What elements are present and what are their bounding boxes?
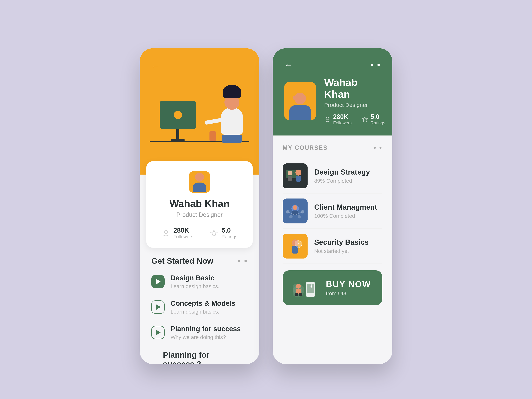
course-3-title: Planning for success bbox=[171, 325, 241, 333]
course-thumb-security bbox=[283, 234, 308, 259]
svg-rect-7 bbox=[296, 176, 301, 182]
course-1-title: Design Basic bbox=[171, 274, 219, 282]
my-courses-more[interactable]: • • bbox=[374, 144, 382, 152]
course-2-title: Concepts & Models bbox=[171, 299, 235, 307]
course-item-planning[interactable]: Planning for success Why we are doing th… bbox=[151, 325, 248, 340]
header-followers-value: 280K bbox=[333, 113, 352, 120]
course-card-client-mgmt[interactable]: Client Managment 100% Completed bbox=[283, 194, 382, 228]
play-button-2[interactable] bbox=[151, 300, 165, 314]
hero-illustration bbox=[143, 65, 256, 175]
header-stats: 280K Followers 5.0 Ratings bbox=[324, 113, 385, 126]
svg-rect-34 bbox=[299, 293, 302, 296]
svg-point-12 bbox=[293, 205, 298, 210]
profile-name: Wahab Khan bbox=[156, 198, 243, 209]
buy-now-illustration bbox=[293, 277, 319, 298]
play-icon-3 bbox=[156, 330, 161, 335]
play-icon-1 bbox=[156, 279, 161, 284]
play-button-3[interactable] bbox=[151, 326, 165, 339]
phone-1: ← bbox=[140, 48, 259, 364]
phone2-header: ← • • Wahab Khan Prod bbox=[273, 48, 392, 135]
svg-point-6 bbox=[295, 170, 301, 176]
course-3-card-title: Security Basics bbox=[314, 238, 369, 246]
profile-role: Product Designer bbox=[156, 211, 243, 218]
course-1-card-status: 89% Completed bbox=[314, 178, 370, 184]
svg-point-2 bbox=[326, 117, 329, 120]
phones-container: ← bbox=[140, 35, 392, 364]
phone-2: ← • • Wahab Khan Prod bbox=[273, 48, 392, 364]
svg-marker-1 bbox=[210, 230, 217, 237]
header-avatar bbox=[284, 82, 316, 120]
header-profile-role: Product Designer bbox=[324, 102, 385, 108]
client-mgmt-thumb bbox=[283, 198, 308, 223]
header-followers: 280K Followers bbox=[324, 113, 352, 126]
svg-point-16 bbox=[289, 215, 293, 218]
header-ratings-value: 5.0 bbox=[371, 113, 385, 120]
header-followers-label: Followers bbox=[333, 120, 352, 126]
play-icon-2 bbox=[156, 304, 161, 310]
course-thumb-client bbox=[283, 198, 308, 223]
ratings-stat: 5.0 Ratings bbox=[210, 227, 237, 239]
course-thumb-design-strategy bbox=[283, 163, 308, 188]
svg-rect-33 bbox=[295, 293, 298, 296]
get-started-title: Get Started Now bbox=[151, 256, 213, 266]
header-ratings-icon bbox=[361, 116, 368, 123]
header-profile-name: Wahab Khan bbox=[324, 76, 385, 100]
svg-point-17 bbox=[298, 215, 301, 218]
security-thumb bbox=[283, 234, 308, 259]
phone1-hero: ← bbox=[140, 48, 259, 175]
profile-avatar bbox=[189, 171, 210, 193]
phone2-back-button[interactable]: ← bbox=[284, 60, 293, 70]
phone2-body: MY COURSES • • Desig bbox=[273, 135, 392, 314]
followers-label: Followers bbox=[173, 234, 193, 239]
svg-rect-28 bbox=[308, 294, 313, 294]
course-1-card-title: Design Strategy bbox=[314, 168, 370, 176]
buy-now-banner[interactable]: BUY NOW from UI8 bbox=[283, 270, 382, 305]
phone1-profile-card: Wahab Khan Product Designer 280K Followe… bbox=[146, 161, 253, 248]
course-2-card-status: 100% Completed bbox=[314, 213, 377, 219]
buy-now-title: BUY NOW bbox=[326, 279, 371, 289]
course-1-desc: Learn design basics. bbox=[171, 283, 219, 289]
course-card-design-strategy[interactable]: Design Strategy 89% Completed bbox=[283, 158, 382, 194]
svg-rect-9 bbox=[288, 176, 292, 181]
followers-value: 280K bbox=[173, 227, 193, 234]
header-profile: Wahab Khan Product Designer 280K Followe… bbox=[284, 76, 381, 126]
header-ratings-label: Ratings bbox=[371, 120, 385, 126]
course-2-desc: Learn design basics. bbox=[171, 309, 235, 315]
followers-stat: 280K Followers bbox=[162, 227, 193, 239]
my-courses-title: MY COURSES bbox=[283, 144, 328, 151]
course-3-card-status: Not started yet bbox=[314, 248, 369, 254]
star-icon bbox=[210, 229, 218, 237]
course-item-concepts[interactable]: Concepts & Models Learn design basics. bbox=[151, 299, 248, 315]
course-3-desc: Why we are doing this? bbox=[171, 334, 241, 340]
course-2-card-title: Client Managment bbox=[314, 203, 377, 211]
play-button-1[interactable] bbox=[151, 275, 165, 288]
my-courses-header: MY COURSES • • bbox=[283, 144, 382, 152]
header-ratings: 5.0 Ratings bbox=[361, 113, 385, 126]
svg-point-31 bbox=[296, 284, 301, 289]
course-item-design-basic[interactable]: Design Basic Learn design basics. bbox=[151, 274, 248, 289]
svg-point-0 bbox=[164, 230, 168, 234]
followers-icon bbox=[162, 229, 170, 237]
buy-now-subtitle: from UI8 bbox=[326, 291, 371, 297]
profile-stats: 280K Followers 5.0 Ratings bbox=[156, 227, 243, 239]
get-started-more[interactable]: • • bbox=[238, 256, 248, 266]
svg-rect-30 bbox=[311, 284, 311, 286]
phone1-courses-section: Get Started Now • • Design Basic Learn d… bbox=[140, 248, 259, 364]
svg-point-8 bbox=[288, 171, 292, 175]
ratings-value: 5.0 bbox=[222, 227, 237, 234]
design-strategy-thumb bbox=[283, 163, 308, 188]
ratings-label: Ratings bbox=[222, 234, 237, 239]
phone2-header-more[interactable]: • • bbox=[371, 60, 381, 70]
svg-rect-27 bbox=[307, 284, 314, 293]
svg-marker-3 bbox=[362, 117, 367, 122]
header-info: Wahab Khan Product Designer 280K Followe… bbox=[324, 76, 385, 126]
truncated-course-title: Planning for success 2 bbox=[151, 350, 248, 364]
course-card-security[interactable]: Security Basics Not started yet bbox=[283, 228, 382, 264]
header-followers-icon bbox=[324, 116, 331, 123]
